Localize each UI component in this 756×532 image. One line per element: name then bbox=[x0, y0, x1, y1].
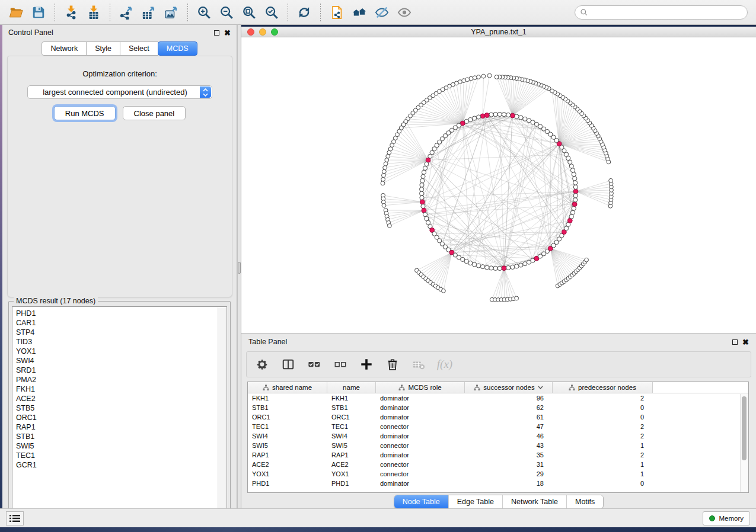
leaf-node[interactable] bbox=[550, 89, 554, 93]
ring-node[interactable] bbox=[531, 120, 535, 124]
deselect-all-button[interactable] bbox=[333, 357, 347, 371]
result-item[interactable]: GCR1 bbox=[16, 460, 227, 470]
result-item[interactable]: TID3 bbox=[16, 337, 227, 347]
result-item[interactable]: PMA2 bbox=[16, 375, 227, 384]
export-table-button[interactable] bbox=[139, 3, 158, 22]
tab-select[interactable]: Select bbox=[120, 41, 158, 56]
ring-node[interactable] bbox=[523, 117, 527, 121]
mcds-node[interactable] bbox=[573, 189, 578, 194]
tab-node-table[interactable]: Node Table bbox=[394, 495, 448, 508]
tab-style[interactable]: Style bbox=[86, 41, 120, 56]
leaf-node[interactable] bbox=[381, 177, 385, 181]
leaf-node[interactable] bbox=[442, 289, 446, 293]
ring-node[interactable] bbox=[527, 118, 531, 123]
criterion-dropdown[interactable]: largest connected component (undirected) bbox=[27, 85, 212, 99]
ring-node[interactable] bbox=[421, 204, 425, 209]
memory-button[interactable]: Memory bbox=[703, 511, 750, 525]
result-item[interactable]: ACE2 bbox=[16, 394, 227, 403]
mcds-node[interactable] bbox=[572, 202, 577, 207]
mcds-node[interactable] bbox=[484, 113, 489, 118]
ring-node[interactable] bbox=[485, 265, 489, 270]
column-header-MCDS-role[interactable]: MCDS role bbox=[376, 382, 465, 393]
ring-node[interactable] bbox=[511, 265, 515, 269]
import-table-button[interactable] bbox=[84, 3, 103, 22]
result-item[interactable]: CAR1 bbox=[16, 318, 227, 328]
ring-node[interactable] bbox=[420, 191, 424, 196]
show-all-button[interactable] bbox=[395, 3, 414, 22]
ring-node[interactable] bbox=[569, 164, 573, 168]
leaf-node[interactable] bbox=[388, 224, 392, 228]
ring-node[interactable] bbox=[493, 113, 497, 117]
ring-node[interactable] bbox=[502, 113, 506, 117]
leaf-node[interactable] bbox=[515, 296, 519, 300]
ring-node[interactable] bbox=[422, 170, 426, 174]
leaf-node[interactable] bbox=[382, 174, 386, 178]
column-header-successor-nodes[interactable]: successor nodes bbox=[465, 382, 553, 393]
leaf-node[interactable] bbox=[387, 150, 391, 155]
export-image-button[interactable] bbox=[162, 3, 181, 22]
first-neighbors-button[interactable] bbox=[350, 3, 369, 22]
leaf-node[interactable] bbox=[609, 178, 613, 182]
table-row[interactable]: PHD1PHD1dominator180 bbox=[248, 479, 748, 488]
ring-node[interactable] bbox=[493, 266, 497, 270]
ring-node[interactable] bbox=[572, 172, 576, 177]
table-scrollbar-thumb[interactable] bbox=[742, 396, 747, 460]
ring-node[interactable] bbox=[497, 112, 502, 116]
ring-node[interactable] bbox=[425, 162, 429, 166]
result-item[interactable]: ORC1 bbox=[16, 413, 227, 422]
toggle-column-button[interactable] bbox=[281, 357, 295, 371]
leaf-node[interactable] bbox=[487, 73, 492, 78]
table-row[interactable]: TEC1TEC1connector472 bbox=[248, 422, 748, 431]
table-row[interactable]: FKH1FKH1dominator962 bbox=[248, 393, 748, 403]
ring-node[interactable] bbox=[423, 166, 427, 170]
table-scrollbar[interactable] bbox=[740, 394, 748, 492]
mcds-node[interactable] bbox=[502, 266, 506, 271]
table-settings-button[interactable] bbox=[255, 357, 269, 371]
ring-node[interactable] bbox=[506, 265, 511, 270]
save-session-button[interactable] bbox=[29, 3, 48, 22]
column-header-shared-name[interactable]: shared name bbox=[248, 382, 327, 393]
ring-node[interactable] bbox=[473, 116, 477, 120]
result-item[interactable]: STB1 bbox=[16, 432, 227, 441]
leaf-node[interactable] bbox=[385, 158, 389, 162]
ring-node[interactable] bbox=[573, 194, 578, 198]
leaf-node[interactable] bbox=[477, 75, 481, 79]
table-row[interactable]: ORC1ORC1dominator610 bbox=[248, 412, 748, 422]
panel-chooser-button[interactable] bbox=[6, 511, 24, 525]
tab-edge-table[interactable]: Edge Table bbox=[448, 495, 502, 508]
table-row[interactable]: SWI5SWI5connector431 bbox=[248, 441, 748, 450]
zoom-selected-button[interactable] bbox=[262, 3, 281, 22]
result-item[interactable]: STB5 bbox=[16, 403, 227, 413]
search-input[interactable] bbox=[575, 5, 748, 20]
run-mcds-button[interactable]: Run MCDS bbox=[54, 106, 116, 120]
ring-node[interactable] bbox=[423, 213, 427, 217]
panel-split-divider[interactable] bbox=[237, 25, 241, 508]
result-item[interactable]: SWI4 bbox=[16, 356, 227, 366]
table-row[interactable]: RAP1RAP1dominator352 bbox=[248, 450, 748, 460]
ring-node[interactable] bbox=[425, 216, 429, 220]
result-item[interactable]: YOX1 bbox=[16, 347, 227, 356]
ring-node[interactable] bbox=[515, 114, 519, 118]
result-item[interactable]: STP4 bbox=[16, 328, 227, 337]
leaf-node[interactable] bbox=[382, 203, 386, 207]
refresh-layout-button[interactable] bbox=[295, 3, 314, 22]
export-network-button[interactable] bbox=[117, 3, 136, 22]
ring-node[interactable] bbox=[420, 178, 425, 182]
add-entry-button[interactable] bbox=[359, 357, 374, 371]
column-header-predecessor-nodes[interactable]: predecessor nodes bbox=[553, 382, 653, 393]
ring-node[interactable] bbox=[570, 168, 575, 172]
hide-selected-button[interactable] bbox=[372, 3, 391, 22]
ring-node[interactable] bbox=[506, 113, 511, 117]
ring-node[interactable] bbox=[489, 113, 493, 117]
result-item[interactable]: RAP1 bbox=[16, 422, 227, 432]
result-list-scrollbar[interactable] bbox=[218, 307, 226, 517]
leaf-node[interactable] bbox=[382, 169, 387, 174]
float-panel-icon[interactable] bbox=[214, 30, 219, 36]
leaf-node[interactable] bbox=[386, 154, 390, 158]
ring-node[interactable] bbox=[420, 183, 424, 187]
ring-node[interactable] bbox=[573, 198, 578, 202]
leaf-node[interactable] bbox=[585, 258, 589, 262]
ring-node[interactable] bbox=[497, 266, 502, 270]
ring-node[interactable] bbox=[473, 262, 477, 267]
result-item[interactable]: SRD1 bbox=[16, 366, 227, 375]
